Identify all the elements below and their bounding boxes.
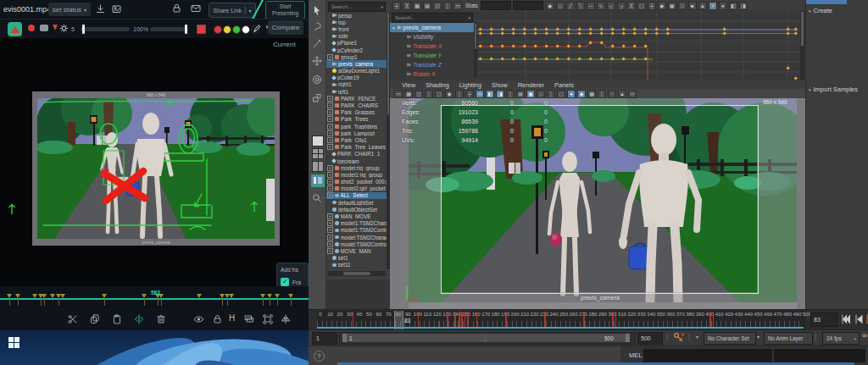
ge-tool-icon[interactable]: □ xyxy=(678,2,687,10)
outliner-item-pPlane1[interactable]: pPlane1 xyxy=(326,40,387,47)
outliner-list[interactable]: persptopfrontsidepPlane1pCylinder2+group… xyxy=(326,12,387,269)
viewport-tool-icon[interactable]: ▦ xyxy=(587,90,596,98)
outliner-item-Park_City1[interactable]: +Park_City1 xyxy=(326,136,387,143)
layout-single-button[interactable] xyxy=(312,135,324,147)
keyframe-tick[interactable] xyxy=(447,312,448,328)
chevron-down-icon[interactable]: ▾ xyxy=(696,334,698,340)
outliner-item-right1[interactable]: right1 xyxy=(326,81,387,88)
outliner-item-Park_Trees[interactable]: +Park_Trees xyxy=(326,116,387,123)
viewport-tool-icon[interactable]: ┼ xyxy=(465,90,474,98)
step-back-button[interactable] xyxy=(854,314,864,324)
keyframe-tick[interactable] xyxy=(544,312,546,328)
viewport-tool-icon[interactable]: ◆ xyxy=(445,90,453,98)
flip-icon[interactable] xyxy=(281,314,291,324)
viewport-tool-icon[interactable]: ▭ xyxy=(394,90,403,98)
outliner-item-set1[interactable]: set1 xyxy=(326,255,387,262)
outliner-item-MAN_MOVE[interactable]: +MAN_MOVE xyxy=(326,213,387,219)
viewport-tool-icon[interactable]: │ xyxy=(455,90,464,98)
ge-tool-icon[interactable]: ┼ xyxy=(648,2,656,10)
anim-start-field[interactable]: 1 xyxy=(312,332,337,345)
visibility-icon[interactable] xyxy=(193,314,204,324)
paste-icon[interactable] xyxy=(112,314,122,324)
expand-icon[interactable]: + xyxy=(327,235,333,241)
ge-tool-icon[interactable]: ● xyxy=(719,2,727,10)
outliner-item-Park_Tree_Leaves[interactable]: +Park_Tree_Leaves xyxy=(326,144,387,151)
ge-tool-icon[interactable]: ▭ xyxy=(453,2,462,10)
viewport-tool-icon[interactable]: ◆ xyxy=(577,90,586,98)
keyframe-tick[interactable] xyxy=(461,312,463,328)
viewport-tool-icon[interactable]: ▦ xyxy=(404,90,413,98)
ge-plot-vscroll[interactable] xyxy=(800,11,804,80)
snapshot-icon[interactable] xyxy=(112,4,121,14)
ge-tool-icon[interactable]: ◧ xyxy=(729,2,737,10)
fps-dropdown[interactable]: 24 fps ▾ xyxy=(822,332,860,345)
go-to-start-button[interactable] xyxy=(841,314,852,324)
outliner-item-model:rig_group[interactable]: +model:rig_group xyxy=(326,164,387,171)
expand-icon[interactable]: + xyxy=(327,220,333,226)
ge-tool-icon[interactable]: ▤ xyxy=(423,2,431,10)
gear-icon[interactable] xyxy=(59,24,69,33)
viewport-tool-icon[interactable]: ▢ xyxy=(557,90,565,98)
annotation-marker[interactable] xyxy=(229,294,234,298)
ge-tool-icon[interactable]: ▼ xyxy=(709,2,717,10)
start-presenting-button[interactable]: Start Presenting xyxy=(265,1,305,19)
viewport-tool-icon[interactable]: ◧ xyxy=(486,90,494,98)
rig-panel-tab[interactable] xyxy=(806,0,847,4)
viewport-menu-view[interactable]: View xyxy=(402,81,415,89)
ge-tool-icon[interactable]: │ xyxy=(443,2,452,10)
keyframe-tick[interactable] xyxy=(583,312,585,328)
ge-plot[interactable] xyxy=(477,11,800,80)
expand-icon[interactable]: + xyxy=(327,54,333,60)
expand-icon[interactable]: + xyxy=(327,102,333,108)
keyframe-tick[interactable] xyxy=(353,312,354,328)
ge-tool-icon[interactable]: ◆ xyxy=(658,2,666,10)
expand-icon[interactable]: + xyxy=(327,248,333,254)
filter-icon[interactable]: ▾ xyxy=(381,4,385,9)
ge-channel-Translate Y[interactable]: Translate Y xyxy=(390,51,474,60)
mel-input[interactable] xyxy=(643,349,772,362)
keyframe-tick[interactable] xyxy=(476,312,478,328)
outliner-item-group1[interactable]: +group1 xyxy=(326,53,387,60)
ge-tool-icon[interactable]: ─ xyxy=(587,2,595,10)
brush-size-slider[interactable] xyxy=(81,27,130,31)
ge-tool-icon[interactable]: ┌ xyxy=(617,2,626,10)
outliner-hscroll[interactable] xyxy=(328,271,386,276)
outliner-item-PARK_CHAIRS[interactable]: +PARK_CHAIRS xyxy=(326,102,387,108)
viewport-tool-icon[interactable]: ◇ xyxy=(537,90,545,98)
outliner-item-side[interactable]: side xyxy=(326,33,387,40)
palette-color-2[interactable] xyxy=(232,25,241,34)
paint-select-icon[interactable] xyxy=(313,39,321,48)
outliner-item-PARK_FENCE[interactable]: +PARK_FENCE xyxy=(326,95,387,102)
ge-channel-Translate X[interactable]: Translate X xyxy=(390,41,474,51)
set-status-dropdown[interactable]: set status▾ xyxy=(48,3,91,16)
palette-color-0[interactable] xyxy=(214,25,222,34)
expand-icon[interactable]: + xyxy=(327,241,333,247)
ge-search[interactable]: Search... ▾ xyxy=(392,13,473,23)
viewport-menu-panels[interactable]: Panels xyxy=(554,81,574,89)
compare-button[interactable]: Compare xyxy=(268,20,303,35)
annotation-marker[interactable] xyxy=(50,294,55,298)
viewport-menu-shading[interactable]: Shading xyxy=(426,81,449,89)
keyframe-tick[interactable] xyxy=(454,312,456,328)
outliner-item-model2:girl_pocket[interactable]: +model2:girl_pocket xyxy=(326,185,387,192)
expand-icon[interactable]: + xyxy=(327,213,333,219)
viewport-tool-icon[interactable]: ◨ xyxy=(496,90,504,98)
ge-tool-icon[interactable]: ╳ xyxy=(627,2,636,10)
create-section-header[interactable]: ▾ Create xyxy=(809,7,832,14)
annotation-marker[interactable] xyxy=(60,294,65,298)
eraser-icon[interactable] xyxy=(40,25,48,31)
outliner-search[interactable]: Search... ▾ xyxy=(328,2,386,12)
expand-icon[interactable]: + xyxy=(327,227,333,233)
viewport-tool-icon[interactable]: ▣ xyxy=(526,90,535,98)
outliner-item-model1:TSM2Character[interactable]: +model1:TSM2Character xyxy=(326,220,387,227)
stats-field[interactable] xyxy=(481,1,511,10)
filter-icon[interactable]: ▾ xyxy=(468,15,472,20)
hold-frame-button[interactable]: H xyxy=(229,313,235,323)
outliner-item-MOVE_MAN[interactable]: +MOVE_MAN xyxy=(326,247,387,254)
outliner-item-set11[interactable]: set11 xyxy=(326,262,387,268)
expand-icon[interactable]: + xyxy=(327,109,333,115)
ge-channel-tree[interactable]: ▾previs_cameraVisibilityTranslate XTrans… xyxy=(390,23,474,79)
outliner-item-model1:rig_group[interactable]: +model1:rig_group xyxy=(326,171,387,178)
lock-small-icon[interactable] xyxy=(213,314,222,324)
chevron-down-icon[interactable]: ▾ xyxy=(757,334,760,340)
